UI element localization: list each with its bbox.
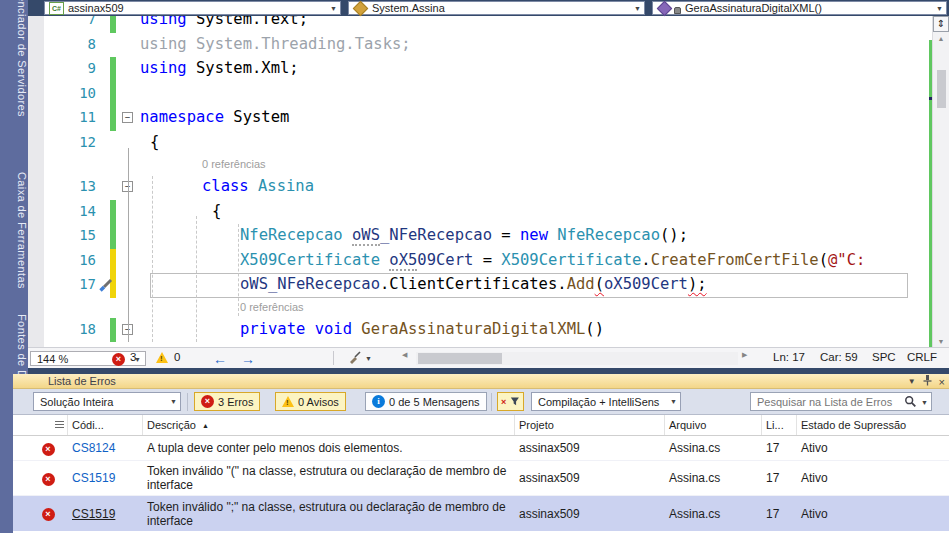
- header-lead: [13, 415, 28, 435]
- code-line-9[interactable]: 9using System.Xml;: [28, 57, 932, 82]
- separator: [333, 351, 334, 365]
- file-cell: Assina.cs: [665, 441, 762, 455]
- sidebar-tab-1[interactable]: Caixa de Ferramentas: [0, 170, 28, 289]
- horizontal-scrollbar-thumb[interactable]: [418, 353, 502, 364]
- code-line-16[interactable]: 16X509Certificate oX509Cert = X509Certif…: [28, 249, 932, 274]
- code-text: using System.Text;: [140, 16, 308, 28]
- scope-filter-label: Solução Inteira: [40, 396, 113, 408]
- line-cell: 17: [762, 441, 797, 455]
- error-list-title-bar: Lista de Erros ▼ ×: [13, 374, 949, 389]
- code-text: {: [150, 133, 159, 151]
- line-number: 11: [44, 109, 106, 125]
- private-lock-icon: [674, 7, 681, 14]
- codelens-row: 0 referências: [28, 298, 932, 318]
- header-severity[interactable]: [28, 415, 68, 435]
- status-error-icon[interactable]: ×: [112, 352, 125, 366]
- code-line-8[interactable]: 8using System.Threading.Tasks;: [28, 33, 932, 58]
- codelens-references[interactable]: 0 referências: [202, 158, 266, 170]
- code-editor[interactable]: 7using System.Text;8using System.Threadi…: [28, 16, 949, 347]
- project-dropdown[interactable]: C# assinax509 ▼: [44, 1, 341, 15]
- header-description[interactable]: Descrição▲: [143, 415, 515, 435]
- line-number: 16: [44, 252, 106, 268]
- header-suppression[interactable]: Estado de Supressão: [797, 415, 949, 435]
- error-code-link[interactable]: CS1519: [72, 507, 115, 521]
- errors-toggle-button[interactable]: × 3 Erros: [194, 392, 260, 411]
- code-cell: CS8124: [68, 441, 143, 455]
- scroll-left-button[interactable]: ◀: [402, 351, 407, 359]
- code-line-12[interactable]: 12{: [28, 131, 932, 156]
- warnings-toggle-button[interactable]: ! 0 Avisos: [275, 392, 346, 411]
- scroll-down-button[interactable]: ▼: [933, 338, 949, 345]
- header-project[interactable]: Projeto: [515, 415, 665, 435]
- suppression-cell: Ativo: [797, 441, 949, 455]
- method-icon: [657, 0, 673, 16]
- navigate-forward-icon[interactable]: →: [241, 351, 255, 367]
- horizontal-scrollbar[interactable]: [416, 352, 738, 365]
- scope-filter-combo[interactable]: Solução Inteira ▼: [33, 392, 181, 411]
- code-line-7[interactable]: 7using System.Text;: [28, 16, 932, 33]
- codelens-references[interactable]: 0 referências: [240, 301, 304, 313]
- chevron-down-icon[interactable]: ▼: [921, 399, 928, 406]
- type-dropdown[interactable]: System.Assina ▼: [348, 1, 645, 15]
- code-line-15[interactable]: 15NfeRecepcao oWS_NFeRecepcao = new NfeR…: [28, 224, 932, 249]
- zoom-level-combo[interactable]: 144 % ▼: [30, 351, 146, 366]
- status-warning-count: 0: [174, 351, 180, 363]
- error-row-2[interactable]: ×CS1519Token inválido "(" na classe, est…: [13, 461, 949, 496]
- code-line-13[interactable]: 13−class Assina: [28, 175, 932, 200]
- vertical-scrollbar[interactable]: ⇕ ▲ ▼: [932, 16, 949, 347]
- code-line-17[interactable]: 17oWS_NFeRecepcao.ClientCertificates.Add…: [28, 273, 932, 298]
- window-position-icon[interactable]: ▼: [908, 377, 916, 387]
- pin-icon[interactable]: [923, 375, 932, 389]
- change-bar: [110, 249, 116, 274]
- code-cleanup-broom-icon[interactable]: [348, 351, 362, 367]
- code-line-11[interactable]: 11−namespace System: [28, 106, 932, 131]
- change-bar: [110, 224, 116, 249]
- quick-actions-screwdriver-icon[interactable]: [98, 278, 113, 293]
- code-cell: CS1519: [68, 507, 143, 521]
- code-line-10[interactable]: 10: [28, 82, 932, 107]
- close-icon[interactable]: ×: [939, 377, 945, 387]
- chevron-down-icon[interactable]: ▼: [365, 355, 372, 362]
- filter-button[interactable]: ×: [497, 392, 524, 411]
- header-file[interactable]: Arquivo: [665, 415, 762, 435]
- messages-toggle-button[interactable]: i 0 de 5 Mensagens: [365, 392, 487, 411]
- code-text: using System.Threading.Tasks;: [140, 35, 411, 53]
- header-line[interactable]: Li...: [762, 415, 797, 435]
- code-text: oWS_NFeRecepcao.ClientCertificates.Add(o…: [240, 275, 707, 293]
- indent-guide: [152, 176, 153, 342]
- code-text: using System.Xml;: [140, 59, 299, 77]
- member-dropdown[interactable]: GeraAssinaturaDigitalXML() ▼: [652, 1, 947, 15]
- error-code-link[interactable]: CS1519: [72, 471, 115, 485]
- editor-status-bar: 144 % ▼ × 3 ! 0 ← → ▼ ◀ ▶ Ln: 17 Car: 59…: [28, 347, 949, 368]
- scroll-right-button[interactable]: ▶: [742, 351, 747, 359]
- code-line-14[interactable]: 14{: [28, 200, 932, 225]
- error-code-link[interactable]: CS8124: [72, 441, 115, 455]
- source-filter-label: Compilação + IntelliSens: [538, 396, 659, 408]
- search-input[interactable]: [751, 393, 907, 410]
- navigate-back-icon[interactable]: ←: [213, 351, 227, 367]
- header-code[interactable]: Códi...: [68, 415, 143, 435]
- vertical-scrollbar-thumb[interactable]: [937, 70, 946, 108]
- fold-collapse-box[interactable]: −: [122, 112, 133, 123]
- codelens-row: 0 referências: [28, 155, 932, 175]
- source-filter-combo[interactable]: Compilação + IntelliSens ▼: [531, 392, 681, 411]
- search-box: ▼: [750, 392, 932, 411]
- change-bar: [110, 82, 116, 107]
- error-row-1[interactable]: ×CS8124A tupla deve conter pelo menos do…: [13, 436, 949, 461]
- code-line-18[interactable]: 18−private void GeraAssinaturaDigitalXML…: [28, 318, 932, 343]
- type-dropdown-label: System.Assina: [372, 2, 445, 14]
- separator: [187, 393, 188, 411]
- code-cell: CS1519: [68, 471, 143, 485]
- error-table-header: Códi... Descrição▲ Projeto Arquivo Li...…: [13, 415, 949, 436]
- error-row-3[interactable]: ×CS1519Token inválido ";" na classe, est…: [13, 496, 949, 531]
- project-cell: assinax509: [515, 507, 665, 521]
- sidebar-tab-0[interactable]: enciador de Servidores: [0, 0, 28, 117]
- scroll-up-button[interactable]: ▲: [933, 35, 949, 42]
- change-bar: [110, 106, 116, 131]
- split-editor-handle[interactable]: ⇕: [933, 16, 949, 32]
- warning-icon: !: [282, 396, 294, 407]
- code-text: NfeRecepcao oWS_NFeRecepcao = new NfeRec…: [240, 226, 688, 244]
- line-number: 17: [44, 276, 106, 292]
- status-warning-icon[interactable]: !: [156, 352, 168, 365]
- search-icon[interactable]: [904, 395, 917, 411]
